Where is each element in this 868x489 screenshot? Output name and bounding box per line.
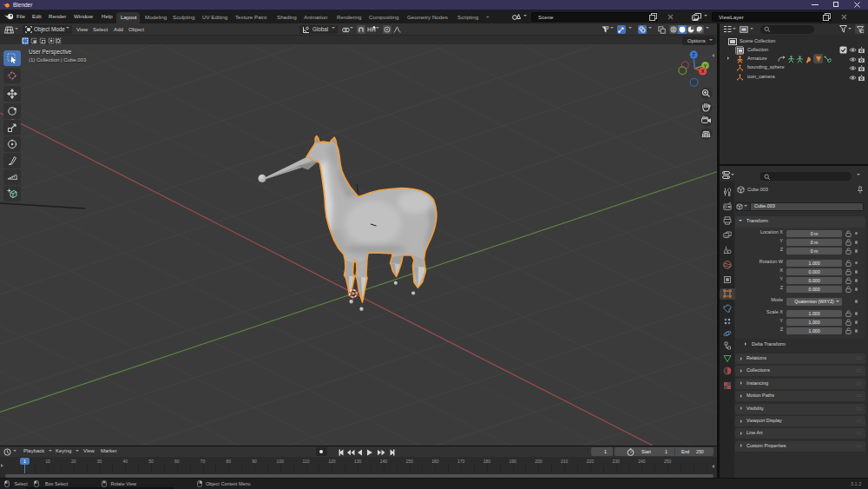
svg-text:X: X <box>701 69 705 74</box>
svg-text:Z: Z <box>692 52 695 57</box>
